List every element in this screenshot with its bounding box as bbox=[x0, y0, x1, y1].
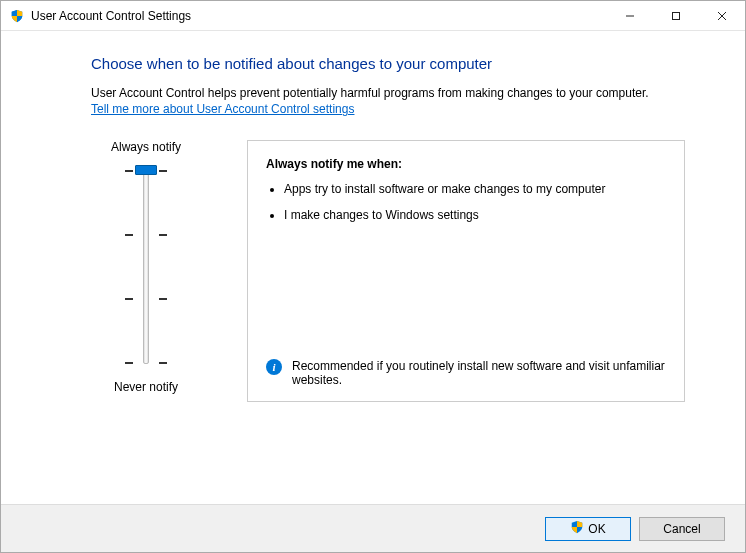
slider-tick bbox=[121, 362, 171, 363]
slider-thumb[interactable] bbox=[135, 165, 157, 175]
svg-rect-1 bbox=[673, 12, 680, 19]
page-description: User Account Control helps prevent poten… bbox=[91, 86, 685, 100]
window-controls bbox=[607, 1, 745, 30]
slider-track[interactable] bbox=[121, 162, 171, 372]
cancel-button[interactable]: Cancel bbox=[639, 517, 725, 541]
slider-tick bbox=[121, 298, 171, 299]
info-panel-list: Apps try to install software or make cha… bbox=[266, 181, 666, 233]
minimize-button[interactable] bbox=[607, 1, 653, 30]
recommendation-text: Recommended if you routinely install new… bbox=[292, 359, 666, 387]
slider-label-top: Always notify bbox=[111, 140, 181, 154]
body-row: Always notify Never notify Always notify… bbox=[91, 140, 685, 402]
content-area: Choose when to be notified about changes… bbox=[1, 31, 745, 504]
page-heading: Choose when to be notified about changes… bbox=[91, 55, 685, 72]
list-item: Apps try to install software or make cha… bbox=[284, 181, 666, 197]
info-panel-title: Always notify me when: bbox=[266, 157, 666, 171]
close-button[interactable] bbox=[699, 1, 745, 30]
slider-tick bbox=[121, 234, 171, 235]
learn-more-link[interactable]: Tell me more about User Account Control … bbox=[91, 102, 354, 116]
info-panel: Always notify me when: Apps try to insta… bbox=[247, 140, 685, 402]
slider-label-bottom: Never notify bbox=[114, 380, 178, 394]
shield-icon bbox=[570, 520, 584, 537]
slider-rail bbox=[143, 170, 149, 364]
uac-settings-window: User Account Control Settings Choose whe… bbox=[0, 0, 746, 553]
ok-button[interactable]: OK bbox=[545, 517, 631, 541]
notification-slider: Always notify Never notify bbox=[91, 140, 201, 402]
recommendation-row: i Recommended if you routinely install n… bbox=[266, 349, 666, 387]
titlebar: User Account Control Settings bbox=[1, 1, 745, 31]
dialog-footer: OK Cancel bbox=[1, 504, 745, 552]
cancel-button-label: Cancel bbox=[663, 522, 700, 536]
list-item: I make changes to Windows settings bbox=[284, 207, 666, 223]
window-title: User Account Control Settings bbox=[31, 9, 191, 23]
maximize-button[interactable] bbox=[653, 1, 699, 30]
shield-icon bbox=[9, 8, 25, 24]
info-icon: i bbox=[266, 359, 282, 375]
ok-button-label: OK bbox=[588, 522, 605, 536]
